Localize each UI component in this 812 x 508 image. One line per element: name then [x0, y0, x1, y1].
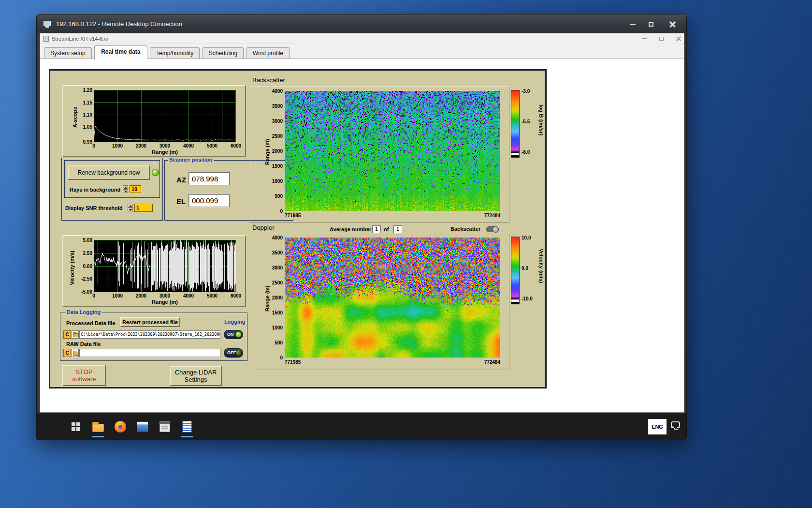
app-icon — [43, 36, 49, 42]
folder-icon — [92, 424, 104, 432]
az-value-field[interactable]: 078.998 — [188, 172, 230, 185]
document-icon — [182, 421, 192, 433]
average-number-label: Average number — [330, 226, 371, 232]
snr-spinner[interactable] — [128, 204, 133, 211]
chat-bubble-icon — [671, 421, 680, 428]
stop-line1: STOP — [75, 368, 92, 375]
velocity-y-ticks: 5.002.500.00-2.50-5.00 — [74, 240, 92, 292]
average-count-field[interactable]: 1 — [393, 225, 402, 233]
close-icon — [669, 21, 676, 28]
backscatter-x-ticks: 771985772484 — [285, 213, 500, 219]
change-lidar-settings-button[interactable]: Change LiDAR Settings — [170, 366, 222, 386]
raw-browse-button[interactable] — [72, 349, 79, 357]
tab-wind-profile[interactable]: Wind profile — [246, 47, 290, 59]
change-line2: Settings — [185, 376, 207, 383]
taskbar: ENG — [37, 413, 686, 440]
rdp-window: 192.168.0.122 - Remote Desktop Connectio… — [36, 15, 687, 439]
tab-scheduling[interactable]: Scheduling — [203, 47, 244, 59]
renew-background-button[interactable]: Renew background now — [68, 165, 150, 180]
front-panel: A-scope 1.201.151.101.050.99 01000200030… — [49, 69, 547, 388]
renew-background-led — [152, 169, 159, 176]
doppler-heatmap-canvas — [285, 238, 500, 358]
file-explorer-button[interactable] — [89, 416, 107, 437]
stop-software-button[interactable]: STOP software — [62, 365, 106, 386]
app-window-button[interactable] — [133, 416, 152, 437]
processed-path-field[interactable]: C:\Lidar\Data\Proc\2023\202309\20230907\… — [79, 330, 220, 339]
background-controls-box: Renew background now Rays in background … — [61, 158, 163, 221]
rays-value-field[interactable]: 10 — [130, 185, 141, 193]
ascope-graph-frame: A-scope 1.201.151.101.050.99 01000200030… — [62, 85, 246, 157]
ascope-x-ticks: 0100020003000400050006000 — [94, 143, 236, 149]
backscatter-toggle-label: Backscatter — [450, 226, 480, 232]
processed-data-file-label: Processed Data file — [66, 320, 116, 326]
raw-data-file-label: RAW Data file — [66, 341, 101, 347]
snr-value-field[interactable]: 1 — [134, 204, 153, 212]
notification-chat-button[interactable] — [671, 421, 682, 432]
ascope-plot-canvas — [94, 90, 236, 142]
snr-threshold-label: Display SNR threshold — [65, 205, 123, 211]
app-close-icon[interactable] — [676, 36, 681, 41]
el-label: EL — [176, 197, 186, 206]
restart-processed-file-button[interactable]: Restart processed file — [120, 317, 180, 327]
el-value-field[interactable]: 000.099 — [188, 194, 230, 207]
app-titlebar[interactable]: StreamLine XR v14-6.vi — [40, 33, 684, 44]
doppler-title: Doppler — [252, 224, 275, 231]
language-indicator[interactable]: ENG — [648, 419, 667, 434]
velocity-plot-canvas — [94, 240, 236, 292]
backscatter-display-toggle[interactable] — [486, 226, 499, 232]
tab-temp-humidity[interactable]: Temp/humidity — [150, 47, 200, 59]
desktop: 192.168.0.122 - Remote Desktop Connectio… — [0, 0, 812, 508]
raw-drive-selector[interactable]: C — [63, 349, 71, 357]
remote-desktop-icon — [44, 21, 52, 28]
processed-logging-toggle[interactable]: ON — [224, 330, 243, 339]
backscatter-colorbar — [511, 90, 520, 158]
app-restore-icon[interactable] — [659, 37, 664, 41]
firefox-icon — [115, 421, 126, 433]
backscatter-heatmap-canvas — [285, 91, 500, 211]
processed-drive-selector[interactable]: C — [63, 330, 71, 339]
logging-label: Logging — [223, 319, 246, 325]
tab-system-setup[interactable]: System setup — [44, 47, 92, 59]
raw-logging-toggle[interactable]: OFF — [224, 348, 243, 358]
app-title: StreamLine XR v14-6.vi — [52, 36, 108, 42]
tab-real-time-data[interactable]: Real time data — [94, 45, 147, 60]
document-app-button[interactable] — [178, 416, 196, 437]
rdp-titlebar[interactable]: 192.168.0.122 - Remote Desktop Connectio… — [37, 15, 686, 33]
raw-logging-led — [235, 350, 242, 356]
backscatter-y-ticks: 40003500300025002000150010005000 — [266, 91, 283, 211]
minimize-icon — [630, 24, 636, 25]
stop-line2: software — [72, 375, 96, 383]
doppler-x-ticks: 771985772484 — [285, 359, 500, 365]
doppler-colorbar — [511, 237, 520, 304]
rdp-minimize-button[interactable] — [624, 18, 641, 30]
average-number-field[interactable]: 1 — [372, 225, 381, 233]
rays-spinner[interactable] — [123, 185, 128, 193]
velocity-x-ticks: 0100020003000400050006000 — [94, 293, 236, 299]
of-label: of — [384, 226, 389, 232]
on-label: ON — [227, 332, 234, 337]
ascope-y-ticks: 1.201.151.101.050.99 — [74, 90, 92, 142]
backscatter-title: Backscatter — [252, 76, 285, 84]
doppler-colorbar-label: Velocity (m/s) — [538, 249, 544, 283]
processed-logging-led — [235, 331, 242, 338]
rays-in-background-label: Rays in background — [70, 187, 120, 193]
scheduler-icon — [160, 421, 170, 432]
scan-scheduler-button[interactable] — [156, 416, 174, 437]
app-minimize-icon[interactable] — [642, 38, 647, 39]
rdp-maximize-button[interactable] — [643, 18, 659, 30]
raw-path-field[interactable] — [79, 349, 220, 357]
rdp-window-title: 192.168.0.122 - Remote Desktop Connectio… — [56, 20, 182, 28]
velocity-graph-frame: Velocity (m/s) 5.002.500.00-2.50-5.00 01… — [62, 235, 246, 307]
rdp-close-button[interactable] — [661, 18, 683, 30]
data-logging-title: Data Logging — [65, 309, 102, 315]
start-button[interactable] — [67, 416, 85, 437]
velocity-x-axis-label: Range (m) — [94, 299, 236, 305]
processed-browse-button[interactable] — [72, 330, 79, 339]
backscatter-colorbar-label: log B (/m/sr) — [538, 105, 544, 135]
running-indicator — [181, 436, 193, 437]
scanner-position-title: Scanner position — [168, 157, 214, 163]
streamline-app-window: StreamLine XR v14-6.vi System setup Real… — [40, 33, 684, 413]
toggle-knob — [493, 226, 499, 233]
firefox-button[interactable] — [111, 416, 130, 437]
change-line1: Change LiDAR — [175, 369, 217, 376]
